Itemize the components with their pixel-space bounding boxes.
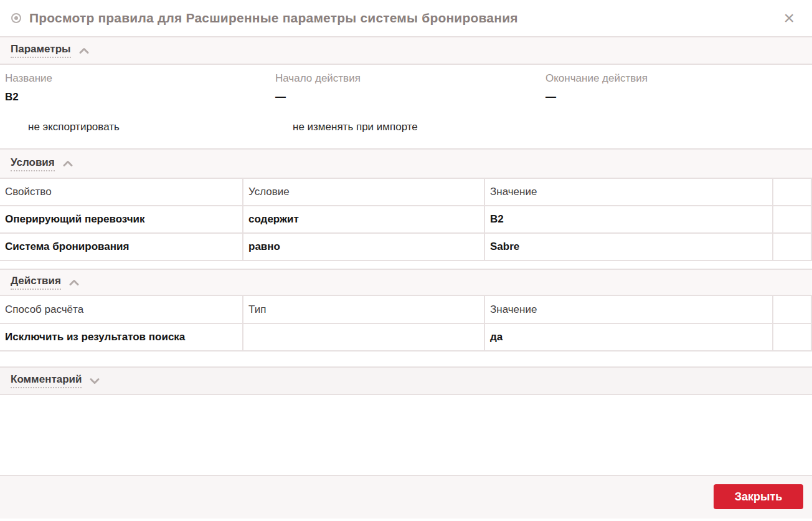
view-icon	[11, 13, 21, 23]
table-cell	[773, 324, 812, 351]
conditions-col-condition: Условие	[243, 179, 485, 206]
conditions-col-value: Значение	[485, 179, 773, 206]
rule-view-dialog: Просмотр правила для Расширенные парамет…	[0, 0, 812, 521]
table-cell	[773, 206, 812, 234]
table-cell: Система бронирования	[0, 234, 243, 261]
dialog-header: Просмотр правила для Расширенные парамет…	[0, 0, 812, 37]
table-cell: Оперирующий перевозчик	[0, 206, 243, 234]
field-label-end: Окончание действия	[545, 72, 812, 91]
close-button[interactable]: Закрыть	[714, 484, 803, 509]
conditions-col-extra	[773, 179, 812, 206]
actions-col-value: Значение	[485, 296, 773, 324]
table-cell: Исключить из результатов поиска	[0, 324, 243, 351]
field-value-name: B2	[5, 91, 275, 112]
table-cell	[243, 324, 485, 351]
actions-col-type: Тип	[243, 296, 485, 324]
section-header-parameters[interactable]: Параметры	[0, 37, 812, 65]
section-title-parameters[interactable]: Параметры	[11, 43, 71, 58]
spacer	[0, 351, 812, 366]
section-header-actions[interactable]: Действия	[0, 269, 812, 296]
flag-no-change-on-import: не изменять при импорте	[293, 121, 545, 133]
section-header-comment[interactable]: Комментарий	[0, 366, 812, 395]
dialog-title: Просмотр правила для Расширенные парамет…	[29, 11, 518, 26]
section-header-conditions[interactable]: Условия	[0, 148, 812, 179]
section-title-conditions[interactable]: Условия	[11, 156, 55, 171]
section-title-comment[interactable]: Комментарий	[11, 373, 82, 388]
section-title-actions[interactable]: Действия	[11, 275, 61, 290]
flag-no-export: не экспортировать	[28, 121, 275, 133]
conditions-col-property: Свойство	[0, 179, 243, 206]
field-label-start: Начало действия	[275, 72, 545, 91]
parameters-content: Название Начало действия Окончание дейст…	[0, 65, 812, 148]
table-cell: B2	[485, 206, 773, 234]
actions-table: Способ расчёта Тип Значение Исключить из…	[0, 296, 812, 351]
close-icon[interactable]: ×	[777, 9, 801, 27]
empty-content-area	[0, 395, 812, 475]
actions-col-extra	[773, 296, 812, 324]
field-value-end: —	[545, 91, 812, 112]
table-cell	[773, 234, 812, 261]
field-value-start: —	[275, 91, 545, 112]
actions-col-calc-method: Способ расчёта	[0, 296, 243, 324]
field-label-name: Название	[5, 72, 275, 91]
conditions-table: Свойство Условие Значение Оперирующий пе…	[0, 179, 812, 261]
spacer	[0, 261, 812, 269]
collapse-chevron-icon[interactable]	[78, 47, 90, 55]
collapse-chevron-icon[interactable]	[62, 160, 73, 168]
expand-chevron-icon[interactable]	[89, 377, 100, 385]
table-cell: Sabre	[485, 234, 773, 261]
collapse-chevron-icon[interactable]	[68, 279, 80, 287]
table-cell: да	[485, 324, 773, 351]
table-cell: содержит	[243, 206, 485, 234]
dialog-footer: Закрыть	[0, 475, 812, 519]
table-cell: равно	[243, 234, 485, 261]
